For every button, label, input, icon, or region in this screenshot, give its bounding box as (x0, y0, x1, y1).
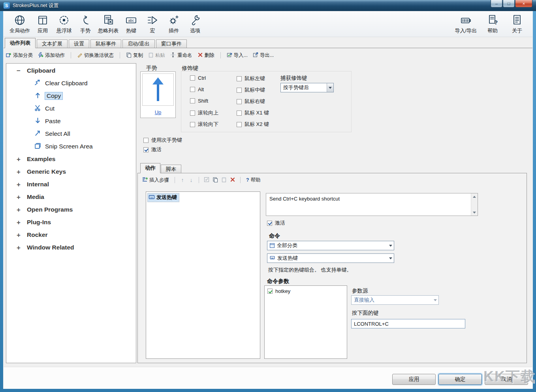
cancel-button[interactable]: 取消 (485, 374, 528, 385)
checkbox[interactable] (190, 111, 195, 116)
tree-item-snip-screen-area[interactable]: Snip Screen Area (6, 140, 136, 153)
expand-plus-icon[interactable]: + (15, 181, 22, 188)
tab-window-events[interactable]: 窗口事件 (156, 39, 187, 48)
checkbox-wheel-down[interactable]: 滚轮向下 (190, 121, 218, 128)
scroll-down-button[interactable] (471, 209, 478, 216)
checkbox-mouse-middle[interactable]: 鼠标中键 (237, 86, 265, 94)
checkbox[interactable] (237, 99, 242, 104)
checkbox-mouse-left[interactable]: 鼠标左键 (237, 75, 265, 82)
tab-script[interactable]: 脚本 (161, 165, 181, 173)
collapse-expander-icon[interactable]: − (15, 68, 22, 74)
title-bar[interactable]: S StrokesPlus.net 设置 – □ × (0, 0, 536, 11)
expand-plus-icon[interactable]: + (15, 232, 22, 238)
step-help-button[interactable]: ? 帮助 (245, 176, 261, 184)
scroll-up-button[interactable] (471, 193, 478, 200)
rename-button[interactable]: 重命名 (169, 51, 193, 60)
tab-mouse-events[interactable]: 鼠标事件 (90, 39, 121, 48)
command-select[interactable]: 发送热键 (267, 253, 394, 263)
minimize-button[interactable]: – (491, 0, 502, 8)
checkbox[interactable] (237, 111, 242, 116)
toolbar-float-ball[interactable]: 悬浮球 (53, 13, 75, 36)
checkbox-ctrl[interactable]: Ctrl (190, 75, 206, 81)
tab-action[interactable]: 动作 (140, 163, 160, 173)
checkbox[interactable] (190, 98, 195, 103)
dropdown-arrow-button[interactable] (432, 296, 438, 304)
checkbox-gesture-active[interactable]: 激活 (143, 146, 162, 153)
command-category-select[interactable]: 全部分类 (267, 241, 394, 250)
toggle-active-button[interactable]: 切换激活状态 (76, 51, 115, 60)
add-category-button[interactable]: 添加分类 (5, 51, 34, 60)
capture-modifiers-select[interactable]: 按手势键后 (280, 83, 334, 92)
toolbar-help[interactable]: ? 帮助 (482, 13, 503, 36)
move-up-button[interactable]: ↑ (180, 177, 185, 183)
checkbox[interactable] (190, 87, 195, 92)
checkbox[interactable] (190, 122, 195, 127)
param-item-hotkey[interactable]: hotkey (267, 288, 344, 294)
dropdown-arrow-button[interactable] (387, 254, 394, 263)
import-button[interactable]: 导入... (226, 51, 248, 60)
tree-item-clear-clipboard[interactable]: Clear Clipboard (6, 77, 136, 90)
delete-step-button[interactable] (230, 177, 235, 184)
checkbox[interactable] (190, 75, 195, 81)
copy-step-button[interactable] (213, 177, 218, 184)
delete-button[interactable]: 删除 (197, 51, 215, 60)
key-input[interactable] (351, 319, 465, 328)
paste-button[interactable]: 粘贴 (147, 51, 166, 60)
checkbox-wheel-up[interactable]: 滚轮向上 (190, 109, 218, 116)
toolbar-applications[interactable]: 应用 (32, 13, 53, 36)
checkbox[interactable] (237, 88, 242, 93)
tree-category-plug-ins[interactable]: + Plug-Ins (6, 216, 136, 229)
description-scrollbar[interactable] (471, 193, 478, 216)
gesture-preview[interactable]: Up (140, 71, 176, 118)
add-action-button[interactable]: 添加动作 (37, 51, 66, 60)
tab-text-expansion[interactable]: 文本扩展 (37, 39, 68, 48)
tab-startup-exit[interactable]: 启动/退出 (122, 39, 155, 48)
apply-button[interactable]: 应用 (392, 374, 436, 385)
checkbox-checked[interactable] (267, 221, 272, 226)
tree-item-paste[interactable]: Paste (6, 115, 136, 128)
expand-plus-icon[interactable]: + (15, 156, 22, 163)
tree-category-open-programs[interactable]: + Open Programs (6, 203, 136, 216)
checkbox-step-active[interactable]: 激活 (267, 219, 285, 227)
tree-category-window-related[interactable]: + Window Related (6, 241, 136, 254)
toolbar-hotkeys[interactable]: abc 热键 (120, 13, 142, 36)
checkbox[interactable] (237, 76, 242, 81)
insert-step-button[interactable]: 插入步骤 (141, 176, 170, 184)
dropdown-arrow-button[interactable] (387, 241, 394, 250)
tree-item-select-all[interactable]: Select All (6, 128, 136, 140)
tree-category-examples[interactable]: + Examples (6, 153, 136, 165)
toggle-step-active-button[interactable] (204, 177, 209, 184)
checkbox-shift[interactable]: Shift (190, 98, 208, 104)
checkbox-checked[interactable] (143, 147, 149, 152)
toolbar-options[interactable]: 选项 (184, 13, 206, 36)
export-button[interactable]: 导出... (252, 51, 275, 60)
close-button[interactable]: × (515, 0, 532, 8)
checkbox-alt[interactable]: Alt (190, 86, 204, 92)
step-description-box[interactable]: Send Ctrl+C keyboard shortcut (266, 193, 478, 216)
checkbox[interactable] (237, 122, 242, 127)
checkbox-mouse-right[interactable]: 鼠标右键 (237, 98, 265, 105)
tree-category-internal[interactable]: + Internal (6, 178, 136, 191)
toolbar-plugins[interactable]: 插件 (163, 13, 184, 36)
checkbox-mouse-x2[interactable]: 鼠标 X2 键 (237, 121, 269, 128)
tree-category-rocker[interactable]: + Rocker (6, 229, 136, 241)
toolbar-ignore-list[interactable]: 忽略列表 (96, 13, 120, 36)
move-down-button[interactable]: ↓ (188, 177, 194, 183)
tree-category-clipboard[interactable]: − Clipboard (6, 64, 136, 77)
paste-step-button[interactable] (221, 177, 227, 184)
tree-item-copy[interactable]: Copy (6, 90, 136, 102)
toolbar-global-actions[interactable]: 全局动作 (8, 13, 32, 36)
checkbox[interactable] (143, 138, 149, 143)
toolbar-gestures[interactable]: 手势 (75, 13, 96, 36)
checkbox-checked-green[interactable] (267, 289, 273, 294)
tab-action-list[interactable]: 动作列表 (5, 38, 36, 48)
step-item-send-hotkey[interactable]: 发送热键 (148, 193, 258, 202)
toolbar-import-export[interactable]: 导入/导出 (453, 13, 479, 36)
tab-settings[interactable]: 设置 (69, 39, 89, 48)
maximize-button[interactable]: □ (503, 0, 515, 8)
expand-plus-icon[interactable]: + (15, 169, 22, 175)
toolbar-macros[interactable]: 宏 (142, 13, 163, 36)
ok-button[interactable]: 确定 (438, 374, 482, 385)
copy-button[interactable]: 复制 (125, 51, 144, 60)
expand-plus-icon[interactable]: + (15, 206, 22, 213)
